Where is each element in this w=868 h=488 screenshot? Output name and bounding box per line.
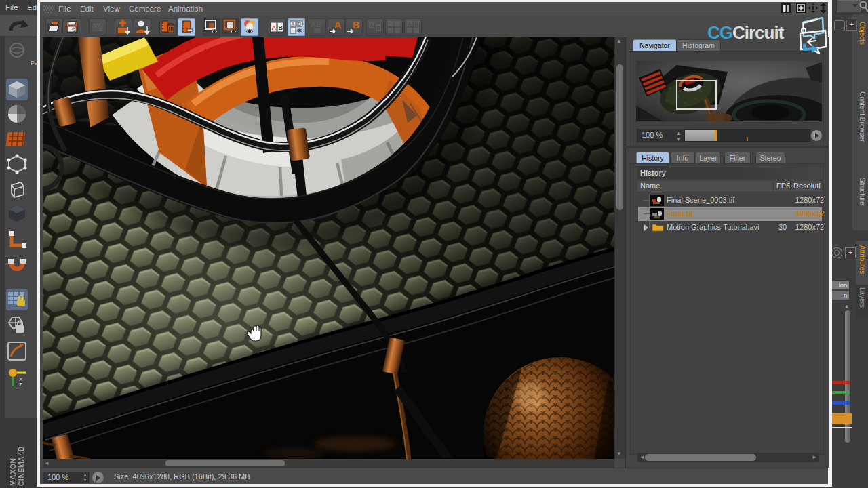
svg-text:A: A (272, 24, 277, 31)
svg-text:A: A (370, 23, 374, 28)
svg-text:D: D (298, 22, 302, 26)
svg-text:A: A (292, 22, 295, 26)
svg-text:B: B (279, 24, 283, 31)
svg-text:?: ? (72, 26, 77, 35)
svg-text:AB: AB (311, 20, 321, 28)
svg-text:B: B (415, 22, 418, 26)
svg-text:A: A (408, 22, 412, 26)
svg-text:Pa: Pa (31, 60, 37, 66)
svg-text:B: B (353, 20, 359, 30)
svg-text:Z: Z (19, 382, 22, 388)
svg-text:B: B (377, 26, 380, 30)
svg-text:A: A (334, 20, 341, 30)
